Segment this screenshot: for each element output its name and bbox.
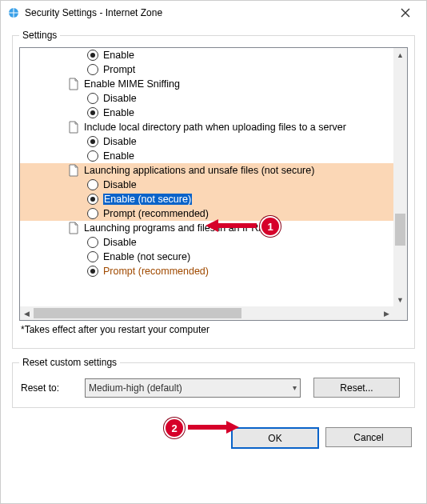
annotation-arrow-2 bbox=[185, 419, 241, 435]
radio-icon bbox=[87, 50, 98, 61]
radio-icon bbox=[87, 64, 98, 75]
restart-note: *Takes effect after you restart your com… bbox=[19, 321, 408, 342]
dialog-window: Security Settings - Internet Zone Settin… bbox=[0, 0, 427, 504]
option-label: Enable bbox=[103, 150, 134, 162]
category-local-dir[interactable]: Include local directory path when upload… bbox=[20, 120, 393, 134]
option-label: Enable (not secure) bbox=[103, 251, 190, 262]
scroll-down-icon[interactable]: ▼ bbox=[393, 293, 407, 306]
radio-icon bbox=[87, 93, 98, 104]
option-iframe-disable[interactable]: Disable bbox=[20, 235, 393, 250]
category-label: Launching applications and unsafe files … bbox=[84, 165, 314, 176]
settings-group: Settings Enable Prompt Enable bbox=[12, 30, 415, 349]
option-label: Disable bbox=[103, 93, 137, 104]
scroll-right-icon[interactable]: ▶ bbox=[380, 306, 393, 320]
option-label: Prompt (recommended) bbox=[103, 208, 209, 219]
category-mime-sniffing[interactable]: Enable MIME Sniffing bbox=[20, 77, 393, 91]
close-button[interactable] bbox=[389, 1, 421, 25]
annotation-badge-1: 1 bbox=[260, 216, 281, 237]
option-label: Disable bbox=[103, 136, 137, 147]
radio-icon bbox=[87, 107, 98, 118]
ok-button[interactable]: OK bbox=[231, 427, 319, 449]
radio-icon bbox=[87, 208, 98, 219]
option-localdir-enable[interactable]: Enable bbox=[20, 149, 393, 163]
option-launch-unsafe-disable[interactable]: Disable bbox=[20, 178, 393, 192]
reset-level-combo[interactable]: Medium-high (default) ▾ bbox=[85, 378, 301, 398]
radio-icon bbox=[87, 136, 98, 147]
option-launch-unsafe-enable[interactable]: Enable (not secure) bbox=[20, 192, 393, 206]
option-enable[interactable]: Enable bbox=[20, 48, 393, 62]
scroll-thumb[interactable] bbox=[395, 214, 405, 246]
reset-to-label: Reset to: bbox=[21, 382, 85, 394]
scroll-up-icon[interactable]: ▲ bbox=[393, 48, 407, 62]
radio-icon bbox=[87, 237, 98, 248]
option-localdir-disable[interactable]: Disable bbox=[20, 134, 393, 149]
svg-marker-2 bbox=[206, 219, 218, 232]
svg-marker-4 bbox=[226, 421, 239, 434]
titlebar: Security Settings - Internet Zone bbox=[1, 1, 426, 25]
scroll-thumb[interactable] bbox=[34, 308, 241, 318]
document-icon bbox=[68, 121, 79, 134]
vertical-scrollbar[interactable]: ▲ ▼ bbox=[393, 48, 407, 306]
option-label: Prompt bbox=[103, 64, 135, 75]
option-iframe-enable[interactable]: Enable (not secure) bbox=[20, 250, 393, 264]
document-icon bbox=[68, 164, 79, 177]
dialog-footer: 2 OK Cancel bbox=[1, 416, 426, 449]
radio-icon bbox=[87, 150, 98, 162]
settings-legend: Settings bbox=[19, 30, 60, 41]
scroll-corner bbox=[393, 306, 407, 320]
scroll-left-icon[interactable]: ◀ bbox=[20, 306, 34, 320]
option-label: Enable (not secure) bbox=[103, 194, 192, 205]
radio-icon bbox=[87, 251, 98, 262]
annotation-badge-2: 2 bbox=[164, 418, 185, 438]
radio-icon bbox=[87, 194, 98, 205]
option-prompt[interactable]: Prompt bbox=[20, 62, 393, 77]
scroll-track[interactable] bbox=[393, 62, 407, 293]
reset-group: Reset custom settings Reset to: Medium-h… bbox=[12, 357, 415, 408]
option-mime-disable[interactable]: Disable bbox=[20, 91, 393, 106]
option-label: Enable bbox=[103, 50, 134, 61]
annotation-arrow-1 bbox=[204, 218, 260, 234]
tree-viewport[interactable]: Enable Prompt Enable MIME Sniffing Disab… bbox=[20, 48, 393, 306]
combo-value: Medium-high (default) bbox=[89, 382, 182, 394]
reset-button[interactable]: Reset... bbox=[313, 378, 400, 398]
option-label: Disable bbox=[103, 237, 137, 248]
chevron-down-icon: ▾ bbox=[293, 383, 297, 392]
option-iframe-prompt[interactable]: Prompt (recommended) bbox=[20, 264, 393, 278]
close-icon bbox=[401, 8, 410, 18]
option-label: Disable bbox=[103, 179, 137, 190]
horizontal-scrollbar[interactable]: ◀ ▶ bbox=[20, 306, 393, 320]
option-label: Enable bbox=[103, 107, 134, 118]
window-title: Security Settings - Internet Zone bbox=[25, 7, 162, 18]
cancel-button[interactable]: Cancel bbox=[325, 427, 412, 447]
category-launch-unsafe[interactable]: Launching applications and unsafe files … bbox=[20, 163, 393, 178]
document-icon bbox=[68, 222, 79, 234]
scroll-track[interactable] bbox=[34, 306, 380, 320]
category-label: Include local directory path when upload… bbox=[84, 122, 346, 133]
document-icon bbox=[68, 78, 79, 90]
settings-tree: Enable Prompt Enable MIME Sniffing Disab… bbox=[19, 47, 408, 321]
reset-legend: Reset custom settings bbox=[19, 357, 120, 368]
category-label: Enable MIME Sniffing bbox=[84, 78, 180, 90]
radio-icon bbox=[87, 266, 98, 277]
app-icon bbox=[7, 6, 20, 19]
option-label: Prompt (recommended) bbox=[103, 266, 209, 277]
option-mime-enable[interactable]: Enable bbox=[20, 106, 393, 120]
radio-icon bbox=[87, 179, 98, 190]
